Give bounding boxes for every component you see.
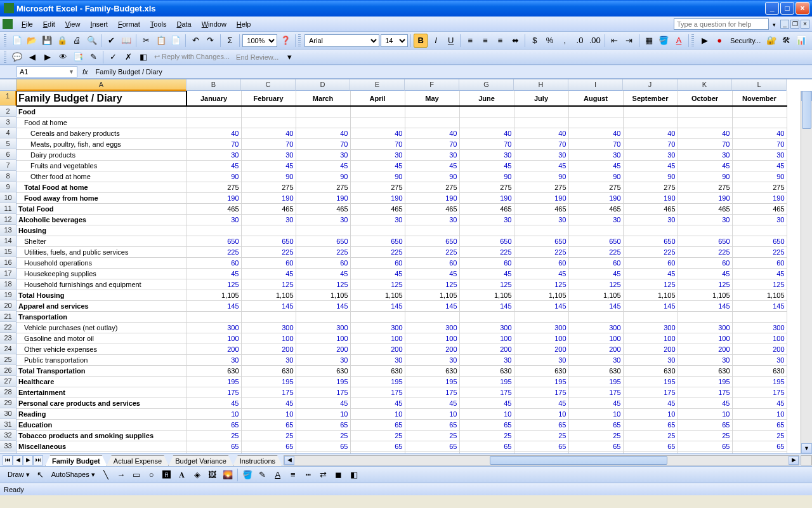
cell-G26[interactable]: 630 bbox=[459, 365, 514, 376]
cell-D16[interactable]: 60 bbox=[296, 257, 350, 268]
cell-L6[interactable]: 30 bbox=[732, 149, 787, 160]
cell-L22[interactable]: 300 bbox=[732, 322, 787, 333]
cell-H32[interactable]: 25 bbox=[514, 430, 568, 441]
cell-K27[interactable]: 195 bbox=[678, 376, 732, 387]
open-icon[interactable]: 📂 bbox=[25, 34, 39, 48]
font-size-select[interactable]: 14 bbox=[381, 34, 408, 47]
cell-C7[interactable]: 45 bbox=[241, 160, 296, 171]
cell-D12[interactable]: 30 bbox=[296, 214, 350, 225]
cell-F15[interactable]: 225 bbox=[405, 246, 459, 257]
cell-H1[interactable]: July bbox=[514, 91, 568, 106]
cell-G18[interactable]: 125 bbox=[459, 279, 514, 290]
cell-G8[interactable]: 90 bbox=[459, 171, 514, 182]
cell-C1[interactable]: February bbox=[241, 91, 296, 106]
cell-I5[interactable]: 70 bbox=[568, 138, 623, 149]
cell-D33[interactable]: 65 bbox=[296, 441, 350, 451]
cell-K16[interactable]: 60 bbox=[678, 257, 732, 268]
cell-I14[interactable]: 650 bbox=[568, 236, 623, 246]
tab-last-icon[interactable]: ⏭ bbox=[33, 455, 43, 465]
cell-I8[interactable]: 90 bbox=[568, 171, 623, 182]
cell-G21[interactable] bbox=[459, 311, 514, 322]
cell-G17[interactable]: 45 bbox=[459, 268, 514, 279]
cell-A31[interactable]: Education bbox=[16, 419, 187, 430]
cell-G3[interactable] bbox=[459, 117, 514, 128]
cell-J18[interactable]: 125 bbox=[623, 279, 678, 290]
row-header-14[interactable]: 14 bbox=[0, 236, 16, 246]
cell-E7[interactable]: 45 bbox=[350, 160, 405, 171]
cell-I31[interactable]: 65 bbox=[568, 419, 623, 430]
cell-E25[interactable]: 30 bbox=[350, 354, 405, 365]
cell-E20[interactable]: 145 bbox=[350, 300, 405, 311]
cell-L28[interactable]: 175 bbox=[732, 387, 787, 398]
column-header-A[interactable]: A bbox=[16, 79, 187, 91]
cell-I22[interactable]: 300 bbox=[568, 322, 623, 333]
cell-J19[interactable]: 1,105 bbox=[623, 290, 678, 300]
cell-I3[interactable] bbox=[568, 117, 623, 128]
cell-A22[interactable]: Vehicle purchases (net outlay) bbox=[16, 322, 187, 333]
cell-L23[interactable]: 100 bbox=[732, 333, 787, 344]
cell-D32[interactable]: 25 bbox=[296, 430, 350, 441]
cell-L20[interactable]: 145 bbox=[732, 300, 787, 311]
cell-A13[interactable]: Housing bbox=[16, 225, 187, 236]
menu-tools[interactable]: Tools bbox=[145, 19, 172, 29]
row-header-11[interactable]: 11 bbox=[0, 203, 16, 214]
cell-D14[interactable]: 650 bbox=[296, 236, 350, 246]
cell-L29[interactable]: 45 bbox=[732, 398, 787, 408]
cell-G20[interactable]: 145 bbox=[459, 300, 514, 311]
cell-H29[interactable]: 45 bbox=[514, 398, 568, 408]
horizontal-scrollbar[interactable]: ◀ ▶ bbox=[284, 455, 799, 465]
cell-H19[interactable]: 1,105 bbox=[514, 290, 568, 300]
dash-style-icon[interactable]: ┅ bbox=[301, 468, 315, 482]
cell-E32[interactable]: 25 bbox=[350, 430, 405, 441]
align-center-icon[interactable]: ≡ bbox=[478, 34, 492, 48]
zoom-select[interactable]: 100% bbox=[242, 34, 277, 47]
cell-A14[interactable]: Shelter bbox=[16, 236, 187, 246]
cell-F33[interactable]: 65 bbox=[405, 441, 459, 451]
cell-A27[interactable]: Healthcare bbox=[16, 376, 187, 387]
cell-C20[interactable]: 145 bbox=[241, 300, 296, 311]
cell-E24[interactable]: 200 bbox=[350, 344, 405, 354]
row-header-25[interactable]: 25 bbox=[0, 354, 16, 365]
sheet-tab-instructions[interactable]: Instructions bbox=[233, 455, 282, 466]
percent-icon[interactable]: % bbox=[543, 34, 557, 48]
doc-close-button[interactable]: × bbox=[801, 20, 809, 29]
security-button[interactable]: Security... bbox=[728, 37, 763, 44]
cell-D21[interactable] bbox=[296, 311, 350, 322]
cell-K11[interactable]: 465 bbox=[678, 203, 732, 214]
cell-I4[interactable]: 40 bbox=[568, 128, 623, 138]
cell-I15[interactable]: 225 bbox=[568, 246, 623, 257]
cell-F21[interactable] bbox=[405, 311, 459, 322]
cell-H4[interactable]: 40 bbox=[514, 128, 568, 138]
track-icon[interactable]: ◧ bbox=[136, 50, 150, 64]
cell-E23[interactable]: 100 bbox=[350, 333, 405, 344]
cell-A16[interactable]: Household operations bbox=[16, 257, 187, 268]
cell-I30[interactable]: 10 bbox=[568, 408, 623, 419]
cell-C15[interactable]: 225 bbox=[241, 246, 296, 257]
cell-A11[interactable]: Total Food bbox=[16, 203, 187, 214]
cell-E9[interactable]: 275 bbox=[350, 182, 405, 192]
cell-L12[interactable]: 30 bbox=[732, 214, 787, 225]
cell-C9[interactable]: 275 bbox=[241, 182, 296, 192]
cell-A17[interactable]: Housekeeping supplies bbox=[16, 268, 187, 279]
cell-F5[interactable]: 70 bbox=[405, 138, 459, 149]
cell-G34[interactable]: 105 bbox=[459, 451, 514, 453]
row-header-7[interactable]: 7 bbox=[0, 160, 16, 171]
cell-D25[interactable]: 30 bbox=[296, 354, 350, 365]
cell-F8[interactable]: 90 bbox=[405, 171, 459, 182]
cell-I18[interactable]: 125 bbox=[568, 279, 623, 290]
autoshapes-menu[interactable]: AutoShapes ▾ bbox=[49, 471, 98, 479]
oval-icon[interactable]: ○ bbox=[145, 468, 159, 482]
reply-changes-button[interactable]: ↩ Reply with Changes... bbox=[152, 53, 232, 61]
cell-J15[interactable]: 225 bbox=[623, 246, 678, 257]
cell-grid[interactable]: Family Budget / DiaryJanuaryFebruaryMarc… bbox=[16, 91, 801, 453]
cell-C12[interactable]: 30 bbox=[241, 214, 296, 225]
align-right-icon[interactable]: ≡ bbox=[494, 34, 508, 48]
cell-G10[interactable]: 190 bbox=[459, 192, 514, 203]
cell-F7[interactable]: 45 bbox=[405, 160, 459, 171]
cell-E1[interactable]: April bbox=[350, 91, 405, 106]
new-comment-icon[interactable]: 💬 bbox=[10, 50, 24, 64]
row-header-22[interactable]: 22 bbox=[0, 322, 16, 333]
cell-E4[interactable]: 40 bbox=[350, 128, 405, 138]
select-objects-icon[interactable]: ↖ bbox=[34, 468, 48, 482]
cell-L27[interactable]: 195 bbox=[732, 376, 787, 387]
